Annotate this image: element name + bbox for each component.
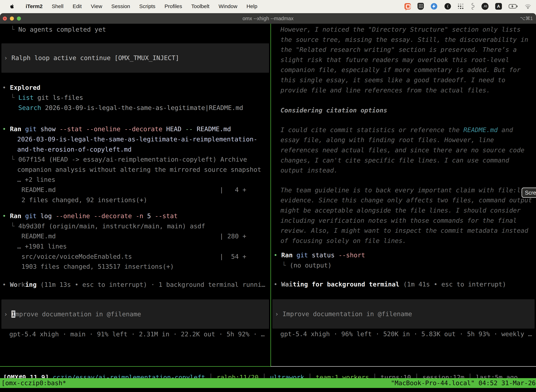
terminal-line: • Ran git show --stat --oneline --decora…	[0, 124, 270, 134]
terminal-line: README.md | 4 +	[0, 185, 270, 195]
spacer	[0, 205, 270, 211]
menu-item-view[interactable]: View	[91, 3, 102, 9]
spacer	[0, 289, 270, 299]
terminal-line: changes, I can't cite specific file line…	[271, 155, 536, 165]
terminal-line: I could cite commit statistics or refere…	[271, 125, 536, 135]
terminal-line: slight risk that future readers may over…	[271, 55, 536, 65]
terminal-line: output instead.	[271, 165, 536, 175]
terminal-line: and-the-erosion-of-copyleft.md	[0, 144, 270, 154]
crescent-badge-icon[interactable]	[444, 3, 451, 10]
terminal-line: • Working (11m 13s • esc to interrupt) ·…	[0, 280, 270, 290]
spacer	[271, 95, 536, 105]
terminal-line: provide file and line references from th…	[271, 85, 536, 95]
terminal-line: 1903 files changed, 513517 insertions(+)	[0, 261, 270, 272]
apple-menu-icon[interactable]	[10, 4, 14, 9]
menu-item-iterm2[interactable]: iTerm2	[26, 3, 43, 9]
prompt-input-box[interactable]: › Improve documentation in @filename	[273, 299, 535, 329]
wifi-icon[interactable]	[524, 4, 531, 9]
menu-item-window[interactable]: Window	[219, 3, 237, 9]
terminal-line: 2026-03-09-is-legal-the-same-as-legitima…	[0, 134, 270, 144]
spacer	[0, 272, 270, 280]
terminal-line: gpt-5.4 xhigh · 96% left · 520K in · 5.8…	[271, 329, 536, 339]
window-shortcut-badge: ⌥⌘1	[520, 13, 533, 24]
menu-item-scripts[interactable]: Scripts	[139, 3, 155, 9]
terminal-line: └ 4b9d30f (origin/main, instructkr/main,…	[0, 221, 270, 231]
pane-divider-vertical[interactable]	[270, 24, 271, 367]
terminal-line: might be acceptable alongside the file l…	[271, 205, 536, 215]
spacer	[271, 289, 536, 299]
terminal-line: • Ran git log --oneline --decorate -n 5 …	[0, 211, 270, 221]
terminal-line: companion file, especially if more comme…	[271, 65, 536, 75]
terminal-line: Considering citation options	[271, 105, 536, 115]
tmux-status-bar: [omx-cczip0:bash* "MacBook-Pro-44.local"…	[0, 378, 536, 388]
terminal-line: … +1901 lines	[0, 241, 270, 252]
terminal-line: evidence. Since this change only affects…	[271, 195, 536, 205]
menu-item-help[interactable]: Help	[247, 3, 258, 9]
menu-item-profiles[interactable]: Profiles	[164, 3, 182, 9]
spacer	[0, 35, 270, 43]
squiggle-icon[interactable]	[470, 3, 475, 10]
prompt-input-box[interactable]: › Ralph loop active continue [OMX_TMUX_I…	[1, 43, 269, 73]
terminal-line: • Waiting for background terminal (1m 41…	[271, 279, 536, 289]
terminal-line: src/voice/voiceModeEnabled.ts | 54 +	[0, 252, 270, 262]
terminal-line: references need actual files, and since …	[271, 145, 536, 155]
terminal-line: README.md | 280 +	[0, 231, 270, 241]
menu-item-session[interactable]: Session	[111, 3, 130, 9]
prompt-line: › Ralph loop active continue [OMX_TMUX_I…	[1, 53, 269, 63]
keypad-shield-icon[interactable]	[417, 3, 424, 10]
terminal-line: └ 067f154 (HEAD -> essay/ai-reimplementa…	[0, 154, 270, 165]
terminal-line: companion analysis without altering the …	[0, 165, 270, 175]
window-title: omx --xhigh --madmax	[0, 13, 536, 24]
right-terminal-pane[interactable]: However, I noticed the "Directory Struct…	[271, 24, 536, 339]
menu-item-shell[interactable]: Shell	[52, 3, 63, 9]
menu-items: iTerm2ShellEditViewSessionScriptsProfile…	[21, 3, 262, 9]
spacer	[0, 113, 270, 124]
terminal-line: The team guideline is to back every impo…	[271, 185, 536, 195]
terminal-line: the source tree, missing the essay. Stil…	[271, 35, 536, 45]
terminal-line: However, I noticed the "Directory Struct…	[271, 24, 536, 35]
spacer	[271, 115, 536, 125]
dots-grid-icon[interactable]	[458, 4, 464, 9]
menu-item-toolbelt[interactable]: Toolbelt	[191, 3, 210, 9]
terminal-line: • Explored	[0, 83, 270, 93]
menu-bar: iTerm2ShellEditViewSessionScriptsProfile…	[0, 0, 536, 13]
terminal-line: including verification notes with those …	[271, 215, 536, 226]
zigzag-badge-icon[interactable]	[431, 3, 438, 10]
battery-icon[interactable]	[509, 4, 518, 9]
prompt-line: › Improve documentation in @filename	[1, 309, 269, 319]
spacer	[0, 73, 270, 83]
screen-share-tooltip: Scre	[522, 187, 536, 198]
spacer	[271, 246, 536, 250]
terminal-line: this single essay, it seems like a good …	[271, 75, 536, 85]
terminal-line: essay file, along with finding root file…	[271, 135, 536, 145]
percent-badge-icon[interactable]: ..61	[482, 3, 488, 10]
terminal-line: of focusing solely on file lines.	[271, 236, 536, 246]
terminal-line: Search 2026-03-09-is-legal-the-same-as-l…	[0, 103, 270, 113]
terminal-line: • Ran git status --short	[271, 250, 536, 260]
terminal-line: └ (no output)	[271, 260, 536, 271]
tmux-session-label: [omx-cczip0:bash*	[1, 378, 66, 388]
spacer	[271, 270, 536, 279]
terminal-content[interactable]: └ No agents completed yet› Ralph loop ac…	[0, 24, 536, 392]
terminal-line: the "Related research writing" section i…	[271, 45, 536, 55]
screen-share-icon[interactable]	[404, 3, 411, 9]
terminal-line: 2 files changed, 92 insertions(+)	[0, 195, 270, 205]
tmux-host-clock: "MacBook-Pro-44.local" 04:52 31-Mar-26	[391, 378, 536, 388]
pane-border-bottom-left	[0, 366, 271, 367]
terminal-line: review. Also, I might want to inspect th…	[271, 225, 536, 236]
terminal-line: └ List git ls-files	[0, 93, 270, 103]
terminal-line: gpt-5.4 xhigh · main · 91% left · 2.31M …	[0, 329, 270, 339]
menu-status-icons: ..61A	[404, 3, 531, 10]
pane-border-bottom-right	[271, 366, 536, 367]
window-title-bar[interactable]: omx --xhigh --madmax ⌥⌘1	[0, 13, 536, 24]
terminal-line: … +2 lines	[0, 175, 270, 185]
keyboard-layout-icon[interactable]: A	[495, 3, 502, 10]
left-terminal-pane[interactable]: └ No agents completed yet› Ralph loop ac…	[0, 24, 270, 339]
menu-item-edit[interactable]: Edit	[73, 3, 82, 9]
terminal-line: └ No agents completed yet	[0, 24, 270, 35]
prompt-input-box[interactable]: › Improve documentation in @filename	[1, 299, 269, 329]
spacer	[271, 175, 536, 185]
prompt-line: › Improve documentation in @filename	[273, 309, 535, 319]
